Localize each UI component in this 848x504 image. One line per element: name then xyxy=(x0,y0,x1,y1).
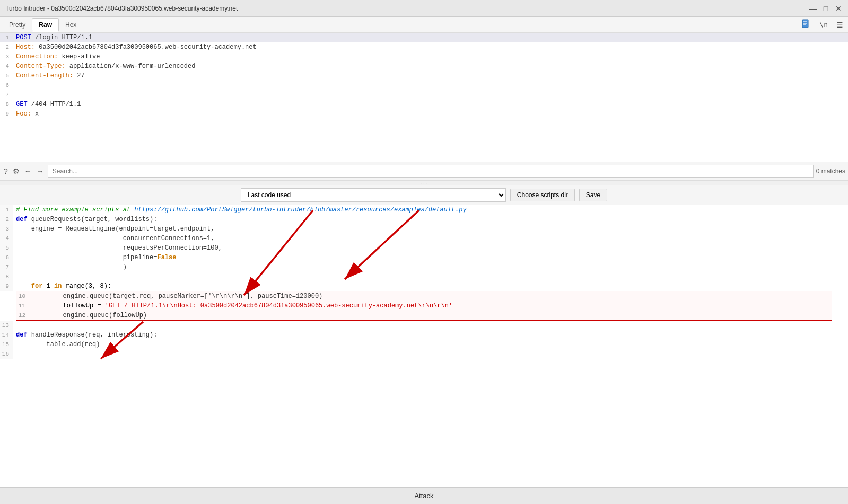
maximize-button[interactable]: □ xyxy=(821,4,830,13)
script-dropdown[interactable]: Last code used xyxy=(241,188,506,202)
script-line-10: 10 engine.queue(target.req, pauseMarker=… xyxy=(16,291,832,301)
request-line-2: 2 Host: 0a3500d2042acb67804d3fa300950065… xyxy=(0,42,848,52)
request-line-9: 9 Foo: x xyxy=(0,109,848,119)
script-line-16: 16 xyxy=(0,349,848,359)
drag-handle[interactable]: · · · xyxy=(0,181,848,185)
request-line-5: 5 Content-Length: 27 xyxy=(0,71,848,81)
script-line-14: 14 def handleResponse(req, interesting): xyxy=(0,330,848,340)
tab-bar-right: \n ☰ xyxy=(799,18,845,31)
window-controls: — □ ✕ xyxy=(809,4,843,13)
prev-match-button[interactable]: ← xyxy=(23,166,33,176)
attack-bar: Attack xyxy=(0,487,848,504)
script-line-12: 12 engine.queue(followUp) xyxy=(16,311,832,320)
script-line-2: 2 def queueRequests(target, wordlists): xyxy=(0,215,848,224)
next-match-button[interactable]: → xyxy=(36,166,45,176)
tab-pretty[interactable]: Pretty xyxy=(3,19,32,31)
title-bar: Turbo Intruder - 0a3500d2042acb67804d3fa… xyxy=(0,0,848,17)
tab-hex[interactable]: Hex xyxy=(59,19,83,31)
request-line-6: 6 xyxy=(0,81,848,90)
script-line-7: 7 ) xyxy=(0,262,848,272)
request-line-3: 3 Connection: keep-alive xyxy=(0,52,848,61)
search-bar: ? ⚙ ← → 0 matches xyxy=(0,162,848,181)
script-toolbar: Last code used Choose scripts dir Save xyxy=(0,185,848,205)
script-line-4: 4 concurrentConnections=1, xyxy=(0,234,848,243)
script-line-1: 1 # Find more example scripts at https:/… xyxy=(0,205,848,215)
script-line-13: 13 xyxy=(0,321,848,330)
request-line-4: 4 Content-Type: application/x-www-form-u… xyxy=(0,61,848,71)
doc-icon[interactable] xyxy=(799,18,813,31)
window-title: Turbo Intruder - 0a3500d2042acb67804d3fa… xyxy=(5,5,238,12)
request-line-1: 1 POST /login HTTP/1.1 xyxy=(0,33,848,42)
script-editor: 1 # Find more example scripts at https:/… xyxy=(0,205,848,487)
request-line-7: 7 xyxy=(0,90,848,100)
script-line-15: 15 table.add(req) xyxy=(0,340,848,349)
settings-icon[interactable]: ⚙ xyxy=(12,166,21,176)
script-line-11: 11 followUp = 'GET / HTTP/1.1\r\nHost: 0… xyxy=(16,301,832,311)
close-button[interactable]: ✕ xyxy=(834,4,843,13)
minimize-button[interactable]: — xyxy=(809,4,817,13)
script-line-6: 6 pipeline=False xyxy=(0,253,848,262)
tab-raw[interactable]: Raw xyxy=(32,18,59,32)
help-icon[interactable]: ? xyxy=(3,166,9,176)
script-line-3: 3 engine = RequestEngine(endpoint=target… xyxy=(0,224,848,234)
script-line-5: 5 requestsPerConnection=100, xyxy=(0,243,848,253)
request-section: Pretty Raw Hex \n ☰ 1 POS xyxy=(0,17,848,181)
search-input[interactable] xyxy=(48,165,814,178)
menu-icon[interactable]: ☰ xyxy=(834,20,845,30)
search-matches: 0 matches xyxy=(816,167,845,175)
script-line-9: 9 for i in range(3, 8): xyxy=(0,281,848,291)
newline-icon[interactable]: \n xyxy=(817,20,830,30)
highlighted-code-block: 10 engine.queue(target.req, pauseMarker=… xyxy=(16,291,832,321)
request-line-8: 8 GET /404 HTTP/1.1 xyxy=(0,100,848,109)
main-content: Pretty Raw Hex \n ☰ 1 POS xyxy=(0,17,848,504)
choose-scripts-dir-button[interactable]: Choose scripts dir xyxy=(510,189,575,201)
script-line-8: 8 xyxy=(0,272,848,281)
attack-button[interactable]: Attack xyxy=(414,492,433,500)
request-tab-bar: Pretty Raw Hex \n ☰ xyxy=(0,17,848,33)
save-button[interactable]: Save xyxy=(579,189,607,201)
request-editor: 1 POST /login HTTP/1.1 2 Host: 0a3500d20… xyxy=(0,33,848,162)
